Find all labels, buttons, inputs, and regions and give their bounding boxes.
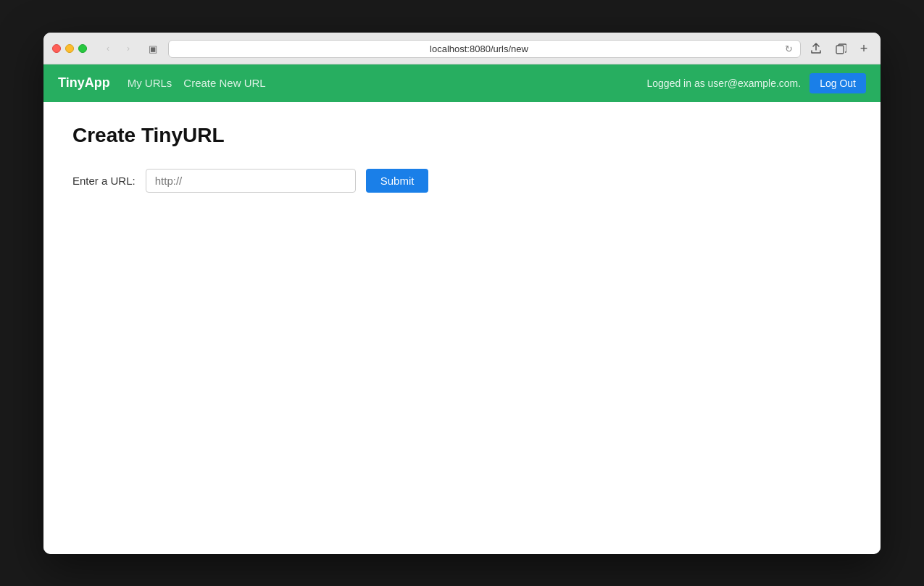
- svg-rect-0: [836, 46, 844, 54]
- page-title: Create TinyURL: [72, 124, 852, 147]
- submit-button[interactable]: Submit: [366, 169, 429, 193]
- page-content: Create TinyURL Enter a URL: Submit: [43, 102, 881, 554]
- address-text: localhost:8080/urls/new: [176, 43, 782, 54]
- address-bar-container: localhost:8080/urls/new ↻: [168, 40, 801, 58]
- minimize-button[interactable]: [65, 44, 74, 53]
- browser-titlebar: ‹ › ▣ localhost:8080/urls/new ↻: [52, 40, 872, 64]
- browser-window: ‹ › ▣ localhost:8080/urls/new ↻: [43, 33, 881, 554]
- back-button[interactable]: ‹: [99, 41, 117, 56]
- nav-links: My URLs Create New URL: [128, 77, 647, 89]
- new-tab-button[interactable]: +: [856, 41, 872, 56]
- logged-in-text: Logged in as user@example.com.: [647, 78, 802, 89]
- nav-buttons: ‹ ›: [99, 41, 138, 56]
- maximize-button[interactable]: [78, 44, 87, 53]
- tab-view-button[interactable]: ▣: [143, 41, 162, 56]
- app-navbar: TinyApp My URLs Create New URL Logged in…: [43, 64, 881, 102]
- url-input[interactable]: [146, 169, 356, 193]
- logout-button[interactable]: Log Out: [809, 73, 866, 93]
- share-button[interactable]: [807, 41, 825, 56]
- my-urls-link[interactable]: My URLs: [128, 77, 172, 89]
- duplicate-button[interactable]: [831, 41, 850, 56]
- close-button[interactable]: [52, 44, 61, 53]
- create-new-url-link[interactable]: Create New URL: [183, 77, 265, 89]
- traffic-lights: [52, 44, 87, 53]
- nav-right: Logged in as user@example.com. Log Out: [647, 73, 867, 93]
- browser-chrome: ‹ › ▣ localhost:8080/urls/new ↻: [43, 33, 881, 64]
- refresh-button[interactable]: ↻: [785, 43, 793, 54]
- titlebar-right: +: [807, 41, 872, 56]
- app-brand[interactable]: TinyApp: [58, 75, 110, 91]
- url-label: Enter a URL:: [72, 175, 136, 187]
- address-bar[interactable]: localhost:8080/urls/new ↻: [168, 40, 801, 58]
- url-form: Enter a URL: Submit: [72, 169, 852, 193]
- forward-button[interactable]: ›: [119, 41, 138, 56]
